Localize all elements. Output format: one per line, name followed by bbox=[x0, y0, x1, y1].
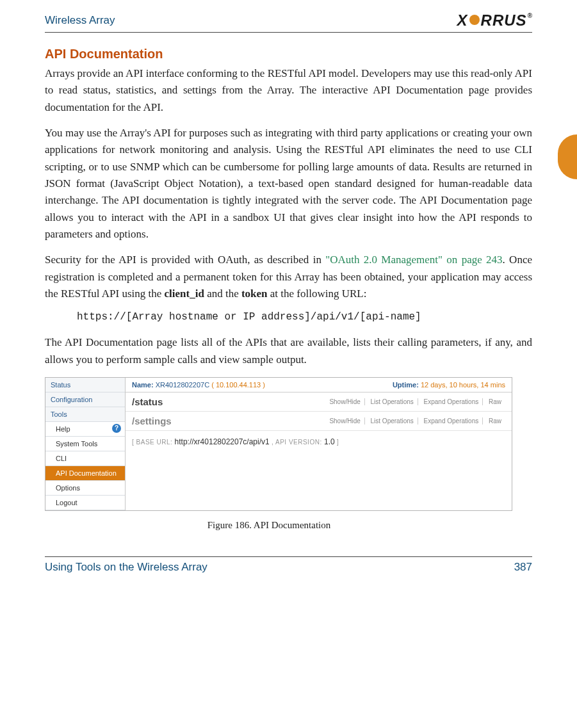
base-url-pre: [ BASE URL: bbox=[132, 439, 172, 446]
op-expand[interactable]: Expand Operations bbox=[420, 398, 484, 405]
sidebar-item-help-label: Help bbox=[56, 425, 70, 433]
logo-text-pre: X bbox=[457, 12, 468, 29]
op-list-2[interactable]: List Operations bbox=[367, 417, 418, 425]
brand-logo: X RRUS ® bbox=[457, 12, 532, 29]
footer-page-number: 387 bbox=[514, 561, 532, 574]
op-raw-2[interactable]: Raw bbox=[485, 417, 505, 425]
p3-and: and the bbox=[204, 287, 241, 300]
api-endpoint-settings[interactable]: /settings bbox=[132, 416, 172, 426]
api-endpoint-status[interactable]: /status bbox=[132, 396, 163, 407]
header-title: Wireless Array bbox=[45, 14, 115, 27]
info-name-value: XR4012802207C bbox=[156, 381, 209, 389]
screenshot: Status Configuration Tools Help ? System… bbox=[45, 377, 512, 511]
info-bar: Name: XR4012802207C ( 10.100.44.113 ) Up… bbox=[126, 378, 512, 392]
base-url-mid: , API VERSION: bbox=[272, 439, 322, 446]
api-ops-settings: Show/Hide List Operations Expand Operati… bbox=[325, 417, 505, 425]
sidebar-item-logout[interactable]: Logout bbox=[45, 496, 125, 510]
page-header: Wireless Array X RRUS ® bbox=[45, 12, 532, 33]
info-uptime-value: 12 days, 10 hours, 14 mins bbox=[421, 381, 505, 389]
p3-b2: token bbox=[241, 287, 268, 300]
sidebar-item-api-documentation[interactable]: API Documentation bbox=[45, 466, 125, 481]
p3-post: at the following URL: bbox=[268, 287, 367, 300]
paragraph-1: Arrays provide an API interface conformi… bbox=[45, 65, 532, 116]
oauth-link[interactable]: "OAuth 2.0 Management" on page 243 bbox=[325, 254, 502, 266]
info-name: Name: XR4012802207C ( 10.100.44.113 ) bbox=[132, 381, 265, 389]
base-url-value: http://xr4012802207c/api/v1 bbox=[175, 437, 270, 446]
sidebar-item-tools[interactable]: Tools bbox=[45, 407, 125, 422]
base-url-row: [ BASE URL: http://xr4012802207c/api/v1 … bbox=[126, 431, 512, 455]
footer-title: Using Tools on the Wireless Array bbox=[45, 561, 207, 574]
base-url-post: ] bbox=[337, 439, 339, 446]
logo-dot-icon bbox=[469, 15, 480, 25]
info-uptime: Uptime: 12 days, 10 hours, 14 mins bbox=[393, 381, 505, 389]
figure-wrap: Status Configuration Tools Help ? System… bbox=[45, 377, 532, 531]
help-icon[interactable]: ? bbox=[112, 424, 121, 433]
sidebar-item-status[interactable]: Status bbox=[45, 378, 125, 392]
api-row-settings: /settings Show/Hide List Operations Expa… bbox=[126, 412, 512, 431]
op-show-hide-2[interactable]: Show/Hide bbox=[325, 417, 364, 425]
paragraph-3: Security for the API is provided with OA… bbox=[45, 252, 532, 302]
screenshot-sidebar: Status Configuration Tools Help ? System… bbox=[45, 378, 126, 510]
code-url: https://[Array hostname or IP address]/a… bbox=[77, 311, 532, 323]
op-expand-2[interactable]: Expand Operations bbox=[420, 417, 484, 425]
info-ip: ( 10.100.44.113 ) bbox=[211, 381, 265, 389]
logo-text-post: RRUS bbox=[481, 12, 527, 29]
op-show-hide[interactable]: Show/Hide bbox=[325, 398, 364, 405]
sidebar-item-help[interactable]: Help ? bbox=[45, 422, 125, 437]
sidebar-item-system-tools[interactable]: System Tools bbox=[45, 437, 125, 451]
sidebar-item-cli[interactable]: CLI bbox=[45, 451, 125, 466]
base-ver-value: 1.0 bbox=[324, 437, 335, 446]
info-uptime-label: Uptime: bbox=[393, 381, 419, 389]
sidebar-item-options[interactable]: Options bbox=[45, 481, 125, 496]
api-ops-status: Show/Hide List Operations Expand Operati… bbox=[325, 398, 505, 405]
op-list[interactable]: List Operations bbox=[367, 398, 418, 405]
info-name-label: Name: bbox=[132, 381, 154, 389]
api-row-status: /status Show/Hide List Operations Expand… bbox=[126, 392, 512, 412]
paragraph-4: The API Documentation page lists all of … bbox=[45, 334, 532, 368]
p3-b1: client_id bbox=[165, 287, 204, 300]
page-footer: Using Tools on the Wireless Array 387 bbox=[45, 556, 532, 574]
sidebar-item-configuration[interactable]: Configuration bbox=[45, 392, 125, 407]
section-heading: API Documentation bbox=[45, 47, 532, 61]
paragraph-2: You may use the Array's API for purposes… bbox=[45, 125, 532, 243]
screenshot-main-pane: Name: XR4012802207C ( 10.100.44.113 ) Up… bbox=[126, 378, 512, 510]
p3-pre: Security for the API is provided with OA… bbox=[45, 254, 325, 266]
logo-registered-icon: ® bbox=[528, 12, 533, 19]
op-raw[interactable]: Raw bbox=[485, 398, 505, 405]
figure-caption: Figure 186. API Documentation bbox=[154, 520, 384, 531]
